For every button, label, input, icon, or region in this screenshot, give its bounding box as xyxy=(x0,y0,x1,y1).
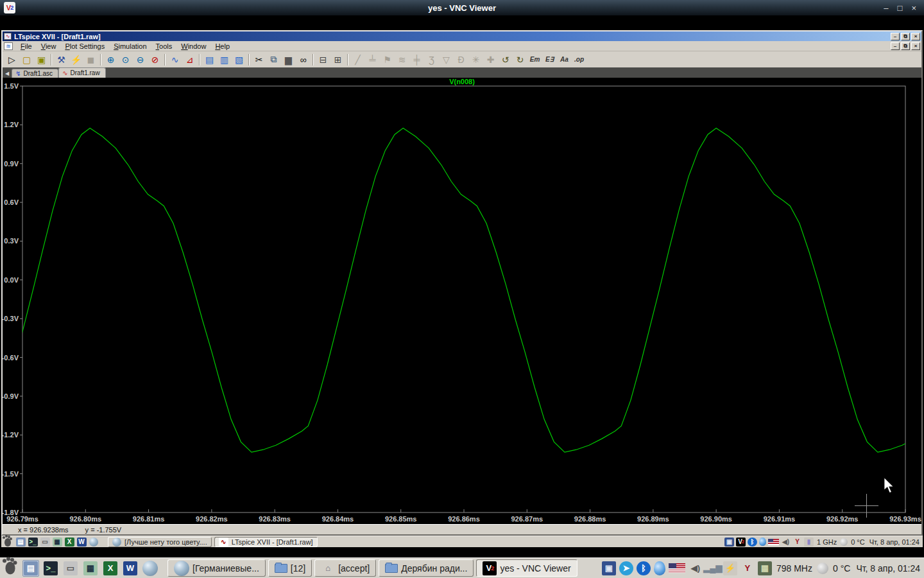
host-save-tray-icon[interactable]: ▣ xyxy=(602,561,616,575)
host-window-deryabin[interactable]: Дерябин ради... xyxy=(379,559,474,577)
menu-plot-settings[interactable]: Plot Settings xyxy=(60,42,109,51)
mirror-button[interactable]: Em xyxy=(527,53,542,66)
taskbar-window-browser[interactable]: [Лучше нету того цвету.... xyxy=(108,537,212,547)
zoom-out-button[interactable]: ⊖ xyxy=(133,53,148,66)
plot-pane[interactable] xyxy=(22,86,905,512)
host-floppy-drive-launcher[interactable]: ▭ xyxy=(62,560,79,577)
child-minimize-button[interactable]: – xyxy=(891,42,900,50)
host-window-germanium[interactable]: [Германиевые... xyxy=(167,559,266,577)
rotate-button[interactable]: E∃ xyxy=(542,53,557,66)
telegram-tray-icon[interactable]: ➤ xyxy=(619,561,633,575)
waterdrop-tray-icon[interactable] xyxy=(759,538,766,546)
vnc-close-button[interactable]: × xyxy=(911,3,916,13)
host-window-12[interactable]: [12] xyxy=(268,559,312,577)
vnc-maximize-button[interactable]: □ xyxy=(898,3,903,13)
waveform-plot-area[interactable]: V(n008) 1.5V1.2V0.9V0.6V0.3V0.0V-0.3V-0.… xyxy=(3,78,921,524)
battery-tray-icon[interactable]: ▮ xyxy=(804,538,814,547)
menu-tools[interactable]: Tools xyxy=(151,42,177,51)
taskbar-window-ltspice[interactable]: ∿LTspice XVII - [Draft1.raw] xyxy=(214,537,318,547)
terminal-launcher[interactable]: >_ xyxy=(28,537,38,547)
copy-button[interactable]: ⧉ xyxy=(266,53,281,66)
open-button[interactable]: ▢ xyxy=(19,53,34,66)
find-button[interactable]: ∞ xyxy=(296,53,311,66)
menu-view[interactable]: View xyxy=(37,42,61,51)
host-excel-launcher[interactable]: X xyxy=(102,560,119,577)
tile-horizontal-icon: ▤ xyxy=(205,55,214,65)
menu-simulation[interactable]: Simulation xyxy=(109,42,151,51)
cpu-chip-tray-icon[interactable]: ▦ xyxy=(758,561,772,575)
run-button[interactable]: ⚡ xyxy=(69,53,83,66)
host-bluetooth-tray-icon[interactable]: ᛒ xyxy=(637,561,651,575)
host-globe-launcher[interactable] xyxy=(142,560,158,577)
window-list: [Германиевые...[12]⌂[accept]Дерябин ради… xyxy=(167,559,602,577)
zoom-area-button[interactable]: ⊙ xyxy=(118,53,133,66)
host-menu-foot-icon[interactable] xyxy=(3,560,19,577)
host-window-accept[interactable]: ⌂[accept] xyxy=(314,559,376,577)
host-word-launcher[interactable]: W xyxy=(122,560,139,577)
print-preview-button[interactable]: ⊞ xyxy=(330,53,345,66)
host-us-flag-tray-icon[interactable] xyxy=(669,563,685,573)
inductor-icon: Ʒ xyxy=(429,55,434,65)
paste-button[interactable]: ▆ xyxy=(281,53,296,66)
ltspice-close-button[interactable]: × xyxy=(911,33,920,40)
bluetooth-tray-icon[interactable]: ᛒ xyxy=(748,538,757,547)
host-window-vnc[interactable]: V2yes - VNC Viewer xyxy=(476,559,577,577)
tab-draft1-asc[interactable]: ↯ Draft1.asc xyxy=(12,69,58,78)
us-flag-tray-icon[interactable] xyxy=(768,539,779,545)
volume-tray-icon[interactable]: ◀) xyxy=(781,538,791,547)
file-manager-launcher[interactable]: ▤ xyxy=(15,537,26,547)
tile-horizontal-button[interactable]: ▤ xyxy=(202,53,217,66)
tab-draft1-raw[interactable]: ∿ Draft1.raw xyxy=(58,67,106,78)
y-axis-tick-label: -0.3V xyxy=(3,315,19,322)
host-waterdrop-tray-icon[interactable] xyxy=(654,561,665,575)
undo-button[interactable]: ↺ xyxy=(498,53,513,66)
excel-launcher[interactable]: X xyxy=(64,537,74,547)
child-close-button[interactable]: × xyxy=(911,42,920,50)
new-schematic-button[interactable]: ▷ xyxy=(4,53,19,66)
tab-scroll-left-icon[interactable]: ◀ xyxy=(4,71,12,78)
menu-help[interactable]: Help xyxy=(210,42,234,51)
save-button[interactable]: ▣ xyxy=(34,53,49,66)
cascade-button[interactable]: ▧ xyxy=(232,53,246,66)
globe-launcher[interactable] xyxy=(89,537,99,547)
text-button[interactable]: Aa xyxy=(557,53,572,66)
x-axis-tick-label: 926.89ms xyxy=(637,515,669,523)
quick-launch-area: ▤>_▭▦XW xyxy=(3,560,158,577)
menu-window[interactable]: Window xyxy=(176,42,210,51)
window-button-label: [Лучше нету того цвету.... xyxy=(124,538,207,546)
plot-settings-button[interactable]: ⊿ xyxy=(182,53,197,66)
host-calculator-launcher[interactable]: ▦ xyxy=(82,560,99,577)
ltspice-titlebar[interactable]: ∿ LTspice XVII - [Draft1.raw] – ⧉ × xyxy=(3,31,921,41)
host-terminal-launcher[interactable]: >_ xyxy=(42,560,59,577)
ltspice-restore-button[interactable]: ⧉ xyxy=(901,33,910,40)
vnc-minimize-button[interactable]: – xyxy=(884,3,888,13)
folder-icon xyxy=(275,564,287,573)
host-wine-tray-icon[interactable]: Y xyxy=(740,561,755,575)
calculator-launcher[interactable]: ▦ xyxy=(52,537,62,547)
moon-tray-icon[interactable] xyxy=(840,538,848,546)
zoom-in-button[interactable]: ⊕ xyxy=(103,53,118,66)
waveform-plot[interactable]: 1.5V1.2V0.9V0.6V0.3V0.0V-0.3V-0.6V-0.9V-… xyxy=(3,78,921,524)
redo-button[interactable]: ↻ xyxy=(513,53,527,66)
host-volume-tray-icon[interactable]: ◀) xyxy=(689,561,703,575)
floppy-drive-launcher[interactable]: ▭ xyxy=(40,537,50,547)
save-tray-icon[interactable]: ▣ xyxy=(724,538,734,547)
cut-button[interactable]: ✂ xyxy=(252,53,266,66)
host-moon-tray-icon[interactable] xyxy=(817,563,828,574)
tile-vertical-button[interactable]: ▥ xyxy=(217,53,232,66)
zoom-full-extents-button[interactable]: ⊘ xyxy=(148,53,162,66)
signal-bars-tray-icon[interactable]: ▂▄▆ xyxy=(706,561,720,575)
control-panel-button[interactable]: ⚒ xyxy=(54,53,69,66)
ltspice-minimize-button[interactable]: – xyxy=(891,33,900,40)
host-file-manager-launcher[interactable]: ▤ xyxy=(22,560,39,577)
charger-tray-icon[interactable]: ⚡ xyxy=(723,561,737,575)
wine-tray-icon[interactable]: Y xyxy=(792,538,802,547)
autorange-y-button[interactable]: ∿ xyxy=(167,53,182,66)
vnc-tray-icon[interactable]: V2 xyxy=(736,538,746,547)
menu-file[interactable]: File xyxy=(16,42,37,51)
word-launcher[interactable]: W xyxy=(76,537,87,547)
spice-directive-button[interactable]: .op xyxy=(572,53,586,66)
menu-foot-icon[interactable] xyxy=(3,537,13,547)
print-button[interactable]: ⊟ xyxy=(316,53,330,66)
child-restore-button[interactable]: ⧉ xyxy=(901,42,910,50)
